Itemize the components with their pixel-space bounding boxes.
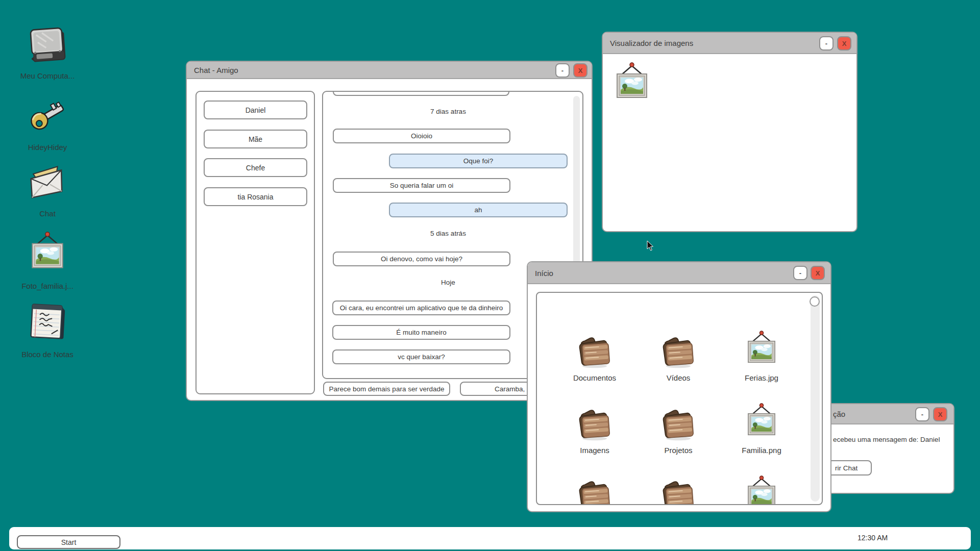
message-date: 5 dias atrás bbox=[323, 230, 573, 237]
scrollbar[interactable] bbox=[811, 295, 820, 502]
taskbar: Start 12:30 AM bbox=[9, 527, 971, 549]
desktop-icon-meu-computador[interactable]: Meu Computa... bbox=[14, 22, 81, 80]
message-date: 7 dias atras bbox=[323, 108, 573, 115]
chat-window-titlebar[interactable]: Chat - Amigo - X bbox=[187, 62, 592, 79]
contact-button-chefe[interactable]: Chefe bbox=[204, 158, 307, 177]
picture-icon bbox=[27, 231, 68, 276]
desktop-icon-label: HideyHidey bbox=[14, 143, 81, 152]
files-content-panel: Documentos Vídeos Ferias.jpg Imagens Pro… bbox=[536, 292, 823, 505]
taskbar-clock: 12:30 AM bbox=[857, 534, 888, 542]
minimize-button[interactable]: - bbox=[915, 407, 929, 421]
folder-icon bbox=[575, 475, 615, 505]
window-title: ção bbox=[833, 410, 845, 418]
contact-button-tia-rosania[interactable]: tia Rosania bbox=[204, 187, 307, 206]
message-bubble-received: vc quer baixar? bbox=[332, 349, 510, 364]
chat-contacts-panel: Daniel Mãe Chefe tia Rosania bbox=[195, 91, 315, 394]
desktop-icon-foto-familia[interactable]: Foto_familia.j... bbox=[14, 231, 81, 290]
notification-message: ecebeu uma mensagem de: Daniel bbox=[833, 436, 940, 443]
file-item-imagens[interactable]: Imagens bbox=[556, 404, 633, 455]
window-title: Visualizador de imagens bbox=[610, 39, 693, 47]
scrollbar-thumb[interactable] bbox=[810, 296, 820, 307]
desktop-icon-label: Bloco de Notas bbox=[14, 350, 81, 359]
message-bubble-received: Oi denovo, como vai hoje? bbox=[333, 252, 510, 266]
image-viewer-window: Visualizador de imagens - X bbox=[602, 32, 857, 232]
file-label: Familia.png bbox=[723, 446, 800, 455]
folder-icon bbox=[575, 404, 615, 442]
contact-button-mae[interactable]: Mãe bbox=[204, 130, 307, 148]
message-bubble-received: Oioioio bbox=[333, 129, 510, 143]
file-item-documentos[interactable]: Documentos bbox=[556, 332, 633, 382]
image-thumbnail[interactable] bbox=[611, 61, 652, 107]
desktop-icon-label: Meu Computa... bbox=[14, 71, 81, 80]
desktop-icon-bloco-de-notas[interactable]: Bloco de Notas bbox=[14, 300, 81, 359]
desktop-icon-chat[interactable]: Chat bbox=[14, 161, 81, 218]
key-icon bbox=[26, 96, 69, 137]
picture-icon bbox=[743, 474, 780, 505]
desktop-icon-label: Chat bbox=[14, 209, 81, 218]
folder-icon bbox=[658, 332, 698, 369]
file-item-folder[interactable] bbox=[556, 475, 633, 505]
file-label: Documentos bbox=[556, 373, 633, 382]
message-bubble-received: Oi cara, eu encontrei um aplicativo que … bbox=[332, 300, 510, 315]
contact-button-daniel[interactable]: Daniel bbox=[204, 101, 307, 119]
mouse-cursor bbox=[647, 240, 654, 253]
minimize-button[interactable]: - bbox=[555, 63, 570, 78]
files-window: Início - X Documentos Vídeos Ferias.jpg … bbox=[527, 261, 831, 512]
message-bubble-cutoff bbox=[333, 91, 509, 96]
picture-icon bbox=[743, 330, 780, 369]
file-item-folder[interactable] bbox=[640, 475, 717, 505]
file-label: Vídeos bbox=[640, 373, 717, 382]
file-item-ferias-jpg[interactable]: Ferias.jpg bbox=[723, 330, 800, 382]
image-viewer-titlebar[interactable]: Visualizador de imagens - X bbox=[603, 33, 856, 54]
folder-icon bbox=[575, 332, 615, 369]
message-bubble-received: É muito maneiro bbox=[332, 325, 510, 340]
close-button[interactable]: X bbox=[573, 63, 587, 78]
file-item-image[interactable] bbox=[723, 474, 800, 505]
files-window-titlebar[interactable]: Início - X bbox=[528, 262, 830, 284]
close-button[interactable]: X bbox=[811, 266, 825, 280]
minimize-button[interactable]: - bbox=[793, 266, 807, 280]
file-item-videos[interactable]: Vídeos bbox=[640, 332, 717, 382]
picture-icon bbox=[611, 61, 652, 105]
file-item-projetos[interactable]: Projetos bbox=[640, 404, 717, 455]
file-label: Projetos bbox=[640, 446, 717, 455]
picture-icon bbox=[743, 402, 780, 442]
window-title: Chat - Amigo bbox=[194, 66, 238, 74]
reply-option-button[interactable]: Parece bom demais para ser verdade bbox=[323, 382, 450, 396]
message-bubble-received: So queria falar um oi bbox=[333, 178, 510, 193]
start-button[interactable]: Start bbox=[17, 535, 120, 549]
folder-icon bbox=[658, 475, 698, 505]
message-bubble-sent: Oque foi? bbox=[389, 154, 568, 168]
cursor-arrow-icon bbox=[647, 240, 654, 251]
window-title: Início bbox=[535, 268, 553, 277]
desktop-icon-label: Foto_familia.j... bbox=[14, 282, 81, 290]
folder-icon bbox=[658, 404, 698, 442]
file-item-familia-png[interactable]: Familia.png bbox=[723, 402, 800, 455]
message-bubble-sent: ah bbox=[389, 203, 568, 217]
envelope-icon bbox=[27, 161, 68, 203]
minimize-button[interactable]: - bbox=[819, 36, 834, 51]
close-button[interactable]: X bbox=[933, 407, 947, 421]
file-label: Imagens bbox=[556, 446, 633, 455]
desktop-icon-hideyhidey[interactable]: HideyHidey bbox=[14, 96, 81, 152]
close-button[interactable]: X bbox=[837, 36, 851, 51]
hard-drive-icon bbox=[26, 22, 69, 65]
notepad-icon bbox=[28, 300, 67, 344]
file-label: Ferias.jpg bbox=[723, 373, 800, 382]
